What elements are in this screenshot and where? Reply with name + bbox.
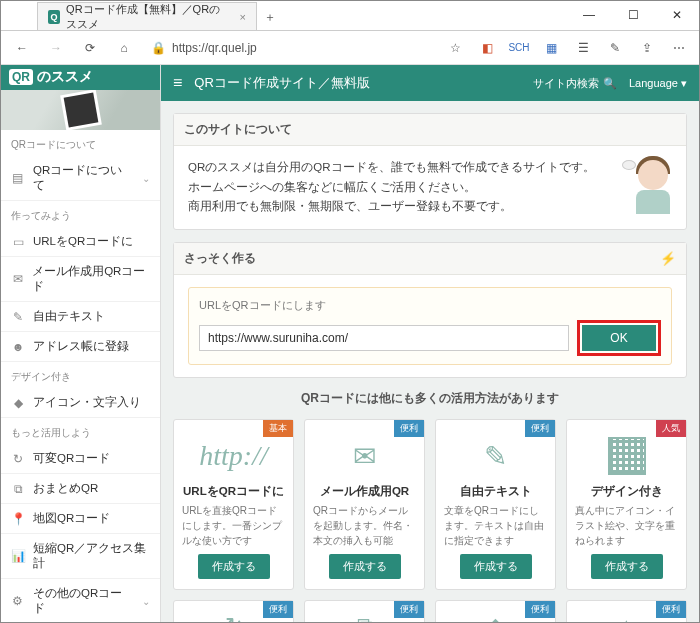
notes-icon[interactable]: ✎ [603, 36, 627, 60]
sidebar-item-omatome-qr[interactable]: ⧉おまとめQR [1, 474, 160, 504]
card-icon: ✉ [353, 434, 376, 478]
sidebar-section-hdr-try: 作ってみよう [1, 201, 160, 227]
new-tab-button[interactable]: ＋ [257, 4, 283, 30]
address-bar[interactable]: 🔒 https://qr.quel.jp [145, 41, 263, 55]
sidebar-item-variable-qr[interactable]: ↻可変QRコード [1, 444, 160, 474]
reading-list-icon[interactable]: ☰ [571, 36, 595, 60]
more-icon[interactable]: ⋯ [667, 36, 691, 60]
sidebar-item-mail[interactable]: ✉メール作成用QRコード [1, 257, 160, 302]
extension-icon-2[interactable]: SCH [507, 36, 531, 60]
feature-card-small-1: 便利⧉ [304, 600, 425, 623]
sidebar-item-about-qr[interactable]: ▤QRコードについて [1, 156, 160, 201]
window-titlebar: Q QRコード作成【無料】／QRのススメ × ＋ — ☐ ✕ [1, 1, 699, 31]
card-title: デザイン付き [591, 484, 663, 499]
card-tag: 人気 [656, 420, 686, 437]
sidebar-item-text[interactable]: ✎自由テキスト [1, 302, 160, 332]
link-icon: ▭ [11, 235, 25, 249]
feature-card-small-2: 便利◆ [435, 600, 556, 623]
close-button[interactable]: ✕ [655, 1, 699, 29]
more-methods-header: QRコードには他にも多くの活用方法があります [173, 390, 687, 407]
sidebar-item-address[interactable]: ☻アドレス帳に登録 [1, 332, 160, 362]
card-icon: ↻ [225, 609, 243, 623]
feature-card-1: 便利✉メール作成用QRQRコードからメールを起動します。件名・本文の挿入も可能作… [304, 419, 425, 590]
refresh-button[interactable]: ⟳ [77, 35, 103, 61]
url-input[interactable] [199, 325, 569, 351]
card-title: メール作成用QR [320, 484, 409, 499]
card-create-button[interactable]: 作成する [460, 554, 532, 579]
card-create-button[interactable]: 作成する [198, 554, 270, 579]
doc-icon: ▤ [11, 171, 25, 185]
site-logo[interactable]: QR のススメ [1, 65, 160, 90]
extension-icon[interactable]: ◧ [475, 36, 499, 60]
page-topbar: ≡ QRコード作成サイト／無料版 サイト内検索 🔍 Language ▾ [161, 65, 699, 101]
sidebar-section-hdr-more: もっと活用しよう [1, 418, 160, 444]
card-tag: 便利 [525, 601, 555, 618]
feature-card-2: 便利✎自由テキスト文章をQRコードにします。テキストは自由に指定できます作成する [435, 419, 556, 590]
favicon: Q [48, 10, 60, 24]
site-search-button[interactable]: サイト内検索 🔍 [533, 76, 617, 91]
card-title: URLをQRコードに [183, 484, 284, 499]
back-button[interactable]: ← [9, 35, 35, 61]
logo-badge: QR [9, 69, 33, 85]
url-text: https://qr.quel.jp [172, 41, 257, 55]
sidebar-item-icon-text[interactable]: ◆アイコン・文字入り [1, 388, 160, 418]
share-icon[interactable]: ⇪ [635, 36, 659, 60]
sidebar: QR のススメ QRコードについて ▤QRコードについて 作ってみよう ▭URL… [1, 65, 161, 623]
about-line-3: 商用利用でも無制限・無期限で、ユーザー登録も不要です。 [188, 197, 672, 217]
page-title: QRコード作成サイト／無料版 [194, 74, 521, 92]
card-icon: ▲ [616, 609, 638, 623]
sidebar-item-short-qr[interactable]: 📊短縮QR／アクセス集計 [1, 534, 160, 579]
card-tag: 便利 [656, 601, 686, 618]
sidebar-item-other-qr[interactable]: ⚙その他のQRコード [1, 579, 160, 623]
card-icon: http:// [199, 434, 267, 478]
lock-icon: 🔒 [151, 41, 166, 55]
card-desc: QRコードからメールを起動します。件名・本文の挿入も可能 [313, 503, 416, 548]
home-button[interactable]: ⌂ [111, 35, 137, 61]
extension-icon-3[interactable]: ▦ [539, 36, 563, 60]
maximize-button[interactable]: ☐ [611, 1, 655, 29]
card-icon: ✎ [484, 434, 507, 478]
card-tag: 便利 [394, 601, 424, 618]
card-create-button[interactable]: 作成する [591, 554, 663, 579]
feature-card-small-3: 便利▲ [566, 600, 687, 623]
sidebar-item-map-qr[interactable]: 📍地図QRコード [1, 504, 160, 534]
make-panel-header: さっそく作る⚡ [174, 243, 686, 275]
feature-card-small-0: 便利↻ [173, 600, 294, 623]
feature-card-0: 基本http://URLをQRコードにURLを直接QRコードにします。一番シンプ… [173, 419, 294, 590]
search-icon: 🔍 [603, 77, 617, 90]
browser-tab[interactable]: Q QRコード作成【無料】／QRのススメ × [37, 2, 257, 30]
card-desc: URLを直接QRコードにします。一番シンプルな使い方です [182, 503, 285, 548]
minimize-button[interactable]: — [567, 1, 611, 29]
sidebar-section-hdr-design: デザイン付き [1, 362, 160, 388]
card-desc: 真ん中にアイコン・イラスト絵や、文字を重ねられます [575, 503, 678, 548]
gear-icon: ⚙ [11, 594, 25, 608]
card-create-button[interactable]: 作成する [329, 554, 401, 579]
hamburger-icon[interactable]: ≡ [173, 74, 182, 92]
feature-card-3: 人気デザイン付き真ん中にアイコン・イラスト絵や、文字を重ねられます作成する [566, 419, 687, 590]
about-line-1: QRのススメは自分用のQRコードを、誰でも無料で作成できるサイトです。 [188, 158, 672, 178]
favorites-icon[interactable]: ☆ [443, 36, 467, 60]
forward-button[interactable]: → [43, 35, 69, 61]
ok-button[interactable]: OK [582, 325, 656, 351]
design-icon: ◆ [11, 396, 25, 410]
card-tag: 基本 [263, 420, 293, 437]
mail-icon: ✉ [11, 272, 24, 286]
browser-toolbar: ← → ⟳ ⌂ 🔒 https://qr.quel.jp ☆ ◧ SCH ▦ ☰… [1, 31, 699, 65]
card-icon: ⧉ [357, 609, 373, 623]
ok-button-highlight: OK [577, 320, 661, 356]
card-title: 自由テキスト [460, 484, 532, 499]
card-tag: 便利 [525, 420, 555, 437]
assistant-illustration [628, 154, 674, 214]
about-panel-header: このサイトについて [174, 114, 686, 146]
card-icon: ◆ [487, 609, 504, 623]
bundle-icon: ⧉ [11, 482, 25, 496]
about-line-2: ホームページへの集客などに幅広くご活用ください。 [188, 178, 672, 198]
close-tab-icon[interactable]: × [240, 11, 246, 23]
contact-icon: ☻ [11, 340, 25, 354]
language-select[interactable]: Language ▾ [629, 77, 687, 90]
sidebar-section-hdr-about: QRコードについて [1, 130, 160, 156]
card-tag: 便利 [263, 601, 293, 618]
stats-icon: 📊 [11, 549, 25, 563]
make-label: URLをQRコードにします [199, 296, 661, 315]
sidebar-item-url[interactable]: ▭URLをQRコードに [1, 227, 160, 257]
